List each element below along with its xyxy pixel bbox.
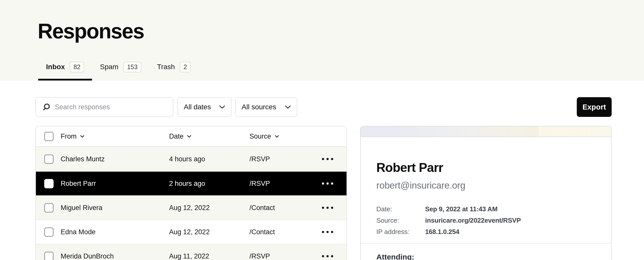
sort-chevron-icon (80, 135, 84, 138)
detail-meta-row: Source: insuricare.org/2022event/RSVP (376, 215, 595, 226)
detail-meta-row: Date: Sep 9, 2022 at 11:43 AM (376, 203, 595, 215)
attending-section-label: Attending: (361, 253, 611, 260)
tab[interactable]: Spam 153 (92, 62, 149, 81)
cell-source: /RSVP (249, 155, 309, 163)
tab-label: Inbox (46, 63, 65, 71)
export-button[interactable]: Export (577, 97, 612, 117)
row-checkbox[interactable] (44, 179, 54, 188)
row-actions-menu-icon[interactable] (319, 228, 336, 236)
source-filter-label: All sources (242, 103, 276, 111)
detail-meta: Date: Sep 9, 2022 at 11:43 AM Source: in… (376, 203, 595, 238)
select-all-checkbox[interactable] (44, 132, 54, 141)
meta-value: insuricare.org/2022event/RSVP (425, 215, 521, 226)
cell-source: /Contact (249, 228, 309, 236)
column-header-from[interactable]: From (61, 133, 169, 140)
respondent-name: Robert Parr (376, 160, 595, 175)
table-row[interactable]: Charles Muntz 4 hours ago /RSVP (36, 147, 347, 171)
page-title: Responses (38, 19, 144, 43)
cell-date: Aug 11, 2022 (169, 252, 249, 260)
table-row[interactable]: Merida DunBroch Aug 11, 2022 /RSVP (36, 244, 347, 260)
meta-label: IP address: (376, 226, 425, 238)
meta-label: Source: (376, 215, 425, 226)
row-actions-menu-icon[interactable] (319, 253, 336, 260)
tab-count-badge: 2 (180, 62, 191, 72)
table-row[interactable]: Edna Mode Aug 12, 2022 /Contact (36, 220, 347, 244)
response-detail-card: Robert Parr robert@insuricare.org Date: … (360, 126, 612, 260)
tab[interactable]: Inbox 82 (38, 62, 92, 81)
row-checkbox[interactable] (44, 154, 54, 164)
header-band: Responses Inbox 82 Spam 153 Trash 2 (0, 0, 644, 81)
column-header-date[interactable]: Date (169, 133, 249, 140)
meta-value: 168.1.0.254 (425, 226, 459, 238)
tab[interactable]: Trash 2 (149, 62, 198, 81)
row-actions-menu-icon[interactable] (319, 155, 336, 163)
responses-page: Responses Inbox 82 Spam 153 Trash 2 All … (0, 0, 644, 260)
cell-from: Charles Muntz (61, 155, 169, 163)
row-checkbox[interactable] (44, 252, 54, 260)
cell-date: Aug 12, 2022 (169, 204, 249, 212)
sort-chevron-icon (275, 135, 279, 138)
responses-table: From Date Source (35, 126, 347, 260)
cell-from: Miguel Rivera (61, 204, 169, 212)
cell-from: Merida DunBroch (61, 252, 169, 260)
cell-source: /RSVP (249, 252, 309, 260)
tab-label: Trash (157, 63, 175, 71)
row-checkbox[interactable] (44, 203, 54, 213)
table-row[interactable]: Miguel Rivera Aug 12, 2022 /Contact (36, 195, 347, 220)
tab-count-badge: 82 (70, 62, 84, 72)
detail-meta-row: IP address: 168.1.0.254 (376, 226, 595, 238)
chevron-down-icon (219, 105, 225, 109)
column-header-source[interactable]: Source (249, 133, 309, 140)
date-filter-label: All dates (184, 103, 211, 111)
cell-source: /Contact (249, 204, 309, 212)
respondent-email: robert@insuricare.org (376, 180, 595, 191)
tab-count-badge: 153 (123, 62, 142, 72)
cell-date: 4 hours ago (169, 155, 249, 163)
meta-value: Sep 9, 2022 at 11:43 AM (425, 203, 497, 215)
meta-label: Date: (376, 203, 425, 215)
row-checkbox[interactable] (44, 227, 54, 237)
date-filter-dropdown[interactable]: All dates (177, 97, 232, 117)
tab-label: Spam (100, 63, 118, 71)
source-filter-dropdown[interactable]: All sources (235, 97, 297, 117)
cell-source: /RSVP (249, 180, 309, 188)
cell-from: Robert Parr (61, 180, 169, 188)
row-actions-menu-icon[interactable] (319, 204, 336, 211)
row-actions-menu-icon[interactable] (319, 180, 336, 187)
cell-date: Aug 12, 2022 (169, 228, 249, 236)
cell-date: 2 hours ago (169, 180, 249, 188)
table-row[interactable]: Robert Parr 2 hours ago /RSVP (36, 171, 347, 195)
search-icon (42, 103, 51, 111)
detail-banner-gradient (361, 126, 611, 137)
search-box[interactable] (35, 97, 173, 117)
cell-from: Edna Mode (61, 228, 169, 236)
tabs: Inbox 82 Spam 153 Trash 2 (38, 62, 199, 81)
table-body: Charles Muntz 4 hours ago /RSVP Robert P… (36, 147, 347, 260)
sort-chevron-icon (187, 135, 191, 138)
detail-divider (361, 243, 611, 244)
table-header: From Date Source (36, 126, 347, 147)
search-input[interactable] (55, 103, 173, 111)
chevron-down-icon (285, 105, 291, 109)
